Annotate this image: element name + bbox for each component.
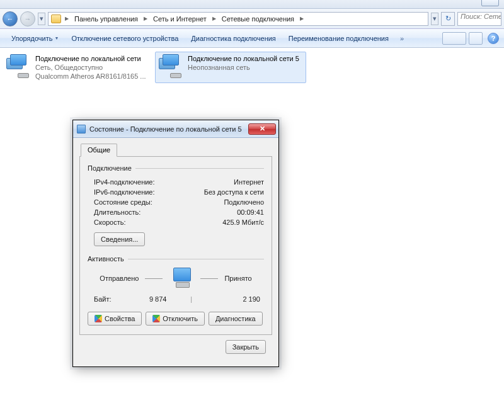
button-label: Диагностика <box>215 315 256 322</box>
activity-line-icon <box>200 278 218 279</box>
ipv6-value: Без доступа к сети <box>204 188 264 196</box>
dialog-title: Состояние - Подключение по локальной сет… <box>89 125 248 133</box>
network-icon <box>77 125 86 133</box>
toolbar-label: Переименование подключения <box>289 35 389 42</box>
window-maximize-button[interactable] <box>481 0 499 6</box>
breadcrumb-sep-icon: ▶ <box>64 16 70 21</box>
chevron-down-icon: ▾ <box>433 14 437 23</box>
diagnose-connection-button[interactable]: Диагностика подключения <box>185 32 282 45</box>
activity-group: Активность Отправлено Принято Байт: 9 87… <box>88 255 264 303</box>
toolbar-label: Упорядочить <box>11 35 52 42</box>
connection-name: Подключение по локальной сети 5 <box>188 54 299 63</box>
refresh-button[interactable]: ↻ <box>441 12 455 26</box>
media-state-label: Состояние среды: <box>94 198 152 206</box>
bytes-received-value: 2 190 <box>216 295 260 303</box>
bytes-sent-value: 9 874 <box>122 295 166 303</box>
disable-device-button[interactable]: Отключение сетевого устройства <box>65 32 185 45</box>
address-dropdown[interactable]: ▾ <box>431 13 438 25</box>
connection-name: Подключение по локальной сети <box>35 54 146 63</box>
duration-label: Длительность: <box>94 208 140 216</box>
nav-back-button[interactable]: ← <box>3 11 18 26</box>
nav-forward-button[interactable]: → <box>20 11 35 26</box>
refresh-icon: ↻ <box>445 14 451 23</box>
breadcrumb-sep-icon: ▶ <box>299 16 305 21</box>
connection-item[interactable]: Подключение по локальной сети 5 Неопозна… <box>155 52 306 83</box>
arrow-right-icon: → <box>25 15 32 23</box>
network-adapter-icon <box>6 54 32 79</box>
properties-button[interactable]: Свойства <box>88 312 142 326</box>
connections-list: Подключение по локальной сети Сеть, Обще… <box>0 48 504 87</box>
button-label: Свойства <box>105 315 135 322</box>
shield-icon <box>94 315 102 322</box>
breadcrumb-box[interactable]: ▶ Панель управления ▶ Сеть и Интернет ▶ … <box>48 12 428 26</box>
breadcrumb-sep-icon: ▶ <box>142 16 149 21</box>
ipv4-value: Интернет <box>234 178 264 186</box>
nav-history-dropdown[interactable]: ▾ <box>38 13 45 25</box>
activity-line-icon <box>145 278 163 279</box>
connection-device: Qualcomm Atheros AR8161/8165 ... <box>35 72 146 81</box>
media-state-value: Подключено <box>224 198 264 206</box>
folder-icon <box>51 14 61 23</box>
details-button[interactable]: Сведения... <box>94 232 145 246</box>
breadcrumb-item[interactable]: Сеть и Интернет <box>151 15 209 23</box>
search-input[interactable]: Поиск: Сетев <box>457 12 501 26</box>
dialog-close-button[interactable]: ✕ <box>248 123 276 135</box>
window-titlebar <box>0 0 504 9</box>
received-label: Принято <box>224 275 251 282</box>
connection-status-dialog: Состояние - Подключение по локальной сет… <box>72 120 279 367</box>
close-icon: ✕ <box>260 125 265 133</box>
group-title: Подключение <box>88 164 132 172</box>
dialog-titlebar[interactable]: Состояние - Подключение по локальной сет… <box>73 120 278 138</box>
organize-button[interactable]: Упорядочить ▼ <box>5 32 65 45</box>
disable-button[interactable]: Отключить <box>146 312 205 326</box>
speed-value: 425.9 Мбит/с <box>222 219 264 226</box>
preview-pane-button[interactable] <box>469 32 483 45</box>
close-button[interactable]: Закрыть <box>226 340 266 354</box>
toolbar-label: Отключение сетевого устройства <box>71 35 178 42</box>
button-label: Закрыть <box>232 343 259 351</box>
help-icon: ? <box>491 35 496 42</box>
connection-item[interactable]: Подключение по локальной сети Сеть, Обще… <box>3 52 154 83</box>
ipv6-label: IPv6-подключение: <box>94 188 155 196</box>
connection-group: Подключение IPv4-подключение:Интернет IP… <box>88 164 264 246</box>
rename-connection-button[interactable]: Переименование подключения <box>282 32 395 45</box>
dialog-tabstrip: Общие <box>79 143 272 157</box>
duration-value: 00:09:41 <box>237 208 264 216</box>
shield-icon <box>152 315 160 322</box>
chevron-down-icon: ▾ <box>40 14 43 23</box>
button-label: Сведения... <box>101 236 138 243</box>
group-title: Активность <box>88 255 124 263</box>
ipv4-label: IPv4-подключение: <box>94 178 155 186</box>
bytes-label: Байт: <box>94 295 112 303</box>
diagnose-button[interactable]: Диагностика <box>209 312 263 326</box>
tab-general[interactable]: Общие <box>81 144 117 157</box>
connection-status: Неопознанная сеть <box>188 63 299 72</box>
speed-label: Скорость: <box>94 219 126 226</box>
separator: | <box>178 295 205 303</box>
connection-status: Сеть, Общедоступно <box>35 63 146 72</box>
breadcrumb-item[interactable]: Сетевые подключения <box>220 15 296 23</box>
help-button[interactable]: ? <box>488 33 499 44</box>
view-options-button[interactable] <box>442 32 466 45</box>
sent-label: Отправлено <box>100 275 139 282</box>
arrow-left-icon: ← <box>7 15 14 23</box>
toolbar-overflow-button[interactable]: » <box>395 35 409 42</box>
button-label: Отключить <box>163 315 198 322</box>
network-adapter-icon <box>159 54 184 79</box>
computer-activity-icon <box>169 268 194 289</box>
chevron-down-icon: ▼ <box>54 36 59 40</box>
breadcrumb-item[interactable]: Панель управления <box>72 15 140 23</box>
breadcrumb-sep-icon: ▶ <box>211 16 217 21</box>
command-toolbar: Упорядочить ▼ Отключение сетевого устрой… <box>0 29 504 48</box>
tab-label: Общие <box>88 146 110 154</box>
toolbar-label: Диагностика подключения <box>191 35 275 42</box>
address-bar: ← → ▾ ▶ Панель управления ▶ Сеть и Интер… <box>0 9 504 29</box>
dialog-tabpanel: Подключение IPv4-подключение:Интернет IP… <box>79 157 272 335</box>
